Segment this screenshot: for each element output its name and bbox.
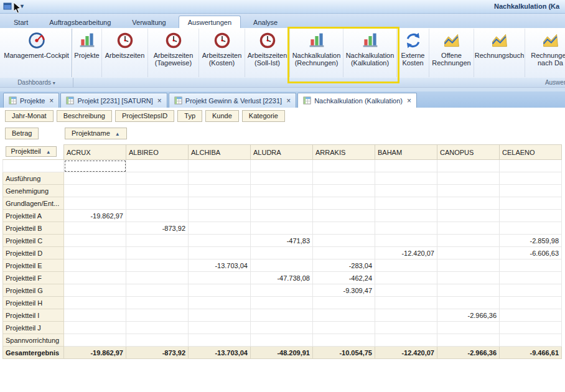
row-header[interactable]: Projektteil B [3, 222, 64, 235]
ribbon-button-arbeitszeiten-soll-ist[interactable]: Arbeitszeiten (Soll-Ist) [245, 29, 290, 77]
pivot-cell[interactable]: -10.054,75 [313, 347, 375, 359]
ribbon-tab-start[interactable]: Start [5, 16, 37, 28]
pivot-cell[interactable] [189, 222, 251, 235]
ribbon-button-nachkalkulation-kalkulation[interactable]: Nachkalkulation (Kalkulation) [343, 29, 397, 77]
group-caption-dashboards[interactable]: Dashboards ▾ [0, 78, 73, 87]
pivot-cell[interactable] [313, 222, 375, 235]
row-field-button[interactable]: Projektteil▲ [6, 146, 57, 157]
pivot-cell[interactable] [189, 235, 251, 247]
pivot-cell[interactable]: -48.209,91 [251, 347, 313, 359]
pivot-cell[interactable] [64, 235, 126, 247]
pivot-cell[interactable] [251, 160, 313, 172]
pivot-cell[interactable] [64, 309, 126, 322]
column-header-acrux[interactable]: ACRUX [64, 145, 126, 160]
pivot-cell[interactable] [500, 284, 562, 297]
pivot-cell[interactable] [375, 322, 437, 334]
pivot-cell[interactable] [500, 172, 562, 185]
data-field-button[interactable]: Betrag [5, 128, 39, 139]
pivot-cell[interactable]: -873,92 [126, 347, 189, 359]
ribbon-tab-auftragsbearbeitung[interactable]: Auftragsbearbeitung [40, 16, 119, 28]
row-header[interactable] [3, 160, 64, 172]
pivot-cell[interactable] [375, 259, 437, 272]
pivot-cell[interactable] [375, 222, 437, 235]
pivot-cell[interactable] [189, 334, 251, 347]
pivot-cell[interactable] [500, 210, 562, 222]
pivot-cell[interactable] [251, 297, 313, 309]
pivot-cell[interactable]: -13.703,04 [189, 347, 251, 359]
pivot-cell[interactable]: -9.309,47 [313, 284, 375, 297]
pivot-cell[interactable] [437, 284, 500, 297]
pivot-cell[interactable] [437, 235, 500, 247]
pivot-cell[interactable] [500, 272, 562, 284]
pivot-cell[interactable] [437, 247, 500, 259]
doc-tab-projekt-2231-saturn[interactable]: Projekt [2231] [SATURN]× [60, 93, 167, 108]
filter-field-projectstepsid[interactable]: ProjectStepsID [115, 110, 174, 122]
pivot-cell[interactable] [189, 309, 251, 322]
pivot-cell[interactable]: -19.862,97 [64, 210, 126, 222]
pivot-cell[interactable] [375, 309, 437, 322]
pivot-cell[interactable] [437, 297, 500, 309]
pivot-cell[interactable] [375, 172, 437, 185]
pivot-cell[interactable]: -9.466,61 [500, 347, 562, 359]
row-header[interactable]: Genehmigung [3, 185, 64, 197]
row-header[interactable]: Projektteil J [3, 322, 64, 334]
pivot-cell[interactable] [126, 272, 189, 284]
ribbon-button-nachkalkulation-rechnungen[interactable]: Nachkalkulation (Rechnungen) [290, 29, 343, 77]
row-header[interactable]: Projektteil E [3, 259, 64, 272]
pivot-cell[interactable] [375, 235, 437, 247]
pivot-cell[interactable] [251, 322, 313, 334]
pivot-cell[interactable] [437, 172, 500, 185]
ribbon-button-rechnungen-nach-da[interactable]: Rechnungen nach Da [525, 29, 565, 77]
pivot-cell[interactable]: -283,04 [313, 259, 375, 272]
pivot-cell[interactable] [126, 210, 189, 222]
pivot-cell[interactable] [375, 185, 437, 197]
pivot-cell[interactable] [189, 160, 251, 172]
pivot-cell[interactable]: -13.703,04 [189, 259, 251, 272]
row-header[interactable]: Projektteil I [3, 309, 64, 322]
ribbon-button-arbeitszeiten-kosten[interactable]: Arbeitszeiten (Kosten) [199, 29, 245, 77]
ribbon-button-management-cockpit[interactable]: Management-Cockpit [1, 29, 72, 77]
pivot-cell[interactable] [64, 197, 126, 210]
close-icon[interactable]: × [286, 98, 291, 104]
pivot-cell[interactable] [126, 334, 189, 347]
ribbon-tab-verwaltung[interactable]: Verwaltung [123, 16, 174, 28]
pivot-cell[interactable] [64, 297, 126, 309]
column-header-arrakis[interactable]: ARRAKIS [313, 145, 375, 160]
filter-field-kunde[interactable]: Kunde [205, 110, 239, 122]
pivot-cell[interactable] [64, 334, 126, 347]
pivot-cell[interactable]: -873,92 [126, 222, 189, 235]
row-header[interactable]: Gesamtergebnis [3, 347, 64, 359]
row-header[interactable]: Spannvorrichtung [3, 334, 64, 347]
pivot-cell[interactable] [500, 259, 562, 272]
pivot-cell[interactable] [64, 259, 126, 272]
column-header-aludra[interactable]: ALUDRA [251, 145, 313, 160]
pivot-cell[interactable] [189, 322, 251, 334]
row-header[interactable]: Projektteil G [3, 284, 64, 297]
pivot-cell[interactable] [189, 297, 251, 309]
ribbon-button-arbeitszeiten-tageweise[interactable]: Arbeitszeiten (Tageweise) [148, 29, 199, 77]
ribbon-button-externe-kosten[interactable]: Externe Kosten [397, 29, 429, 77]
pivot-cell[interactable]: -471,83 [251, 235, 313, 247]
pivot-cell[interactable] [126, 185, 189, 197]
pivot-cell[interactable] [500, 185, 562, 197]
doc-tab-nachkalkulation-kalkulation[interactable]: Nachkalkulation (Kalkulation)× [297, 93, 417, 108]
pivot-cell[interactable] [189, 247, 251, 259]
close-icon[interactable]: × [157, 98, 162, 104]
doc-tab-projekt-gewinn-verlust-2231[interactable]: Projekt Gewinn & Verlust [2231]× [169, 93, 296, 108]
row-header[interactable]: Projektteil A [3, 210, 64, 222]
pivot-cell[interactable] [313, 309, 375, 322]
pivot-cell[interactable] [189, 172, 251, 185]
pivot-cell[interactable] [64, 272, 126, 284]
pivot-cell[interactable] [313, 172, 375, 185]
ribbon-button-offene-rechnungen[interactable]: Offene Rechnungen [429, 29, 474, 77]
pivot-cell[interactable] [64, 247, 126, 259]
pivot-cell[interactable] [437, 197, 500, 210]
pivot-cell[interactable] [375, 284, 437, 297]
pivot-cell[interactable] [251, 247, 313, 259]
pivot-cell[interactable] [64, 284, 126, 297]
pivot-cell[interactable] [437, 185, 500, 197]
pivot-cell[interactable] [500, 160, 562, 172]
pivot-cell[interactable] [313, 247, 375, 259]
qat-dropdown-icon[interactable]: ▼ [19, 3, 25, 9]
pivot-cell[interactable] [313, 334, 375, 347]
